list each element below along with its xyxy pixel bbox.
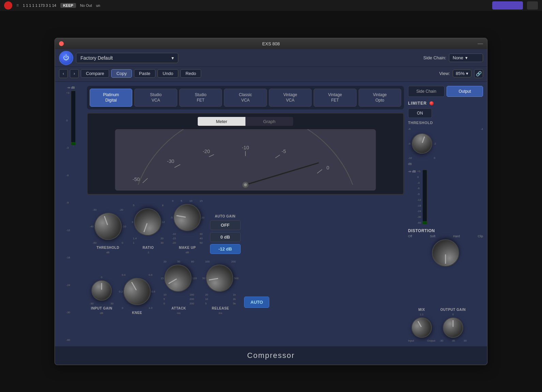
- limiter-section: LIMITER ON THRESHOLD -6-4 -8 -2 -100 dB: [408, 101, 483, 166]
- svg-text:0: 0: [327, 165, 329, 170]
- left-scale-m24: -24: [66, 284, 70, 287]
- preset-dropdown[interactable]: Factory Default ▾: [76, 53, 178, 63]
- copy-button[interactable]: Copy: [111, 69, 132, 78]
- svg-text:-5: -5: [282, 149, 286, 154]
- left-scale-m6: -6: [66, 174, 70, 177]
- main-content: -∞ dB +3 0 -3 -6 -9 -12 -18 -24 -30 -60: [55, 82, 487, 346]
- toolbar-row: ‹ › Compare Copy Paste Undo Redo View: 8…: [55, 67, 487, 82]
- input-gain-knob[interactable]: [91, 280, 112, 301]
- mix-input: Input: [408, 339, 414, 342]
- ratio-label: RATIO: [142, 246, 154, 250]
- limiter-on-button[interactable]: ON: [408, 108, 432, 118]
- right-top-tabs: Side Chain Output: [408, 86, 483, 97]
- svg-text:-50: -50: [133, 177, 140, 182]
- svg-text:-20: -20: [203, 149, 210, 154]
- side-chain-label: Side Chain:: [423, 55, 446, 60]
- threshold-knob[interactable]: [90, 209, 125, 244]
- tab-studio-fet[interactable]: Studio FET: [179, 89, 222, 107]
- keep-badge: KEEP: [60, 3, 76, 8]
- output-gain-label: OUTPUT GAIN: [440, 308, 466, 312]
- view-control[interactable]: 85% ▾: [453, 70, 471, 77]
- paste-button[interactable]: Paste: [134, 69, 155, 78]
- power-button[interactable]: ⏻: [59, 51, 73, 65]
- compressor-type-tabs: Platinum Digital Studio VCA Studio FET C…: [87, 86, 404, 109]
- window-title: EXS 808: [262, 41, 280, 46]
- distortion-section: DISTORTION Off Soft Hard Clip: [408, 228, 483, 267]
- graph-tab[interactable]: Graph: [245, 117, 293, 126]
- transport-extra-btn[interactable]: [527, 1, 538, 10]
- limiter-db-label: dB: [408, 162, 483, 166]
- input-gain-unit: dB: [100, 312, 103, 315]
- view-arrow: ▾: [466, 71, 468, 76]
- center-panel: Platinum Digital Studio VCA Studio FET C…: [87, 86, 404, 342]
- transport-grid: ⠿: [16, 4, 19, 7]
- input-gain-label: INPUT GAIN: [91, 306, 112, 310]
- dist-soft: Soft: [430, 235, 435, 238]
- distortion-knob[interactable]: [432, 239, 459, 267]
- attack-knob[interactable]: [160, 260, 197, 297]
- knee-label: KNEE: [132, 311, 142, 315]
- resize-icon[interactable]: —: [478, 41, 483, 47]
- side-chain-dropdown[interactable]: None ▾: [449, 54, 483, 62]
- limiter-threshold-knob[interactable]: [409, 131, 435, 157]
- attack-label: ATTACK: [171, 306, 186, 310]
- threshold-group: -30-20 -40 -10 -500 THRESHOLD dB: [90, 208, 126, 254]
- auto-gain-m12db[interactable]: -12 dB: [210, 244, 241, 254]
- meter-tab[interactable]: Meter: [198, 117, 245, 126]
- ratio-knob[interactable]: [130, 205, 165, 240]
- side-chain-value: None: [453, 55, 463, 60]
- release-group: 100200 50 500 201k 102k 55k: [202, 260, 239, 315]
- svg-rect-0: [115, 129, 376, 191]
- limiter-led: [430, 101, 434, 105]
- left-level-meter: [71, 91, 76, 145]
- svg-text:-30: -30: [167, 159, 174, 164]
- tab-output[interactable]: Output: [447, 86, 483, 97]
- output-gain-knob[interactable]: [443, 317, 463, 338]
- close-button[interactable]: [59, 41, 64, 46]
- left-meter-label: -∞ dB: [67, 86, 75, 89]
- tab-vintage-opto[interactable]: Vintage Opto: [359, 89, 401, 107]
- distortion-label: DISTORTION: [408, 228, 483, 233]
- link-symbol: 🔗: [476, 71, 482, 76]
- svg-point-15: [244, 183, 247, 186]
- transport-action-btn[interactable]: [492, 1, 523, 10]
- auto-release-button[interactable]: AUTO: [244, 297, 270, 308]
- left-scale-m60: -60: [66, 338, 70, 342]
- ratio-group: 58 3 12 1.420 130 RATIO :1: [132, 204, 165, 254]
- makeup-group: 051015 -5 20 -1030 -1540 -2050: [170, 199, 204, 254]
- tab-classic-vca[interactable]: Classic VCA: [224, 89, 267, 107]
- release-knob[interactable]: [204, 262, 236, 294]
- threshold-unit: dB: [106, 251, 110, 254]
- left-scale-m30: -30: [66, 311, 70, 314]
- ratio-unit: :1: [147, 251, 149, 254]
- tab-side-chain[interactable]: Side Chain: [408, 86, 445, 97]
- tab-platinum-digital[interactable]: Platinum Digital: [90, 89, 132, 107]
- undo-button[interactable]: Undo: [157, 69, 178, 78]
- compare-button[interactable]: Compare: [81, 69, 109, 78]
- makeup-knob[interactable]: [171, 202, 203, 233]
- tab-studio-vca[interactable]: Studio VCA: [134, 89, 177, 107]
- vu-gauge: -50 -30 -20 -10 -5: [91, 129, 400, 191]
- mix-group: MIX 1:1 Input Output: [408, 308, 435, 342]
- forward-button[interactable]: ›: [70, 69, 79, 78]
- header-controls: ⏻ Factory Default ▾ Side Chain: None ▾: [55, 49, 487, 67]
- footer-label: Compressor: [247, 351, 295, 360]
- redo-button[interactable]: Redo: [180, 69, 201, 78]
- controls-bottom-row: 0 -3030 INPUT GAIN dB 0.40.6 0.2: [87, 259, 404, 316]
- auto-gain-0db[interactable]: 0 dB: [210, 232, 241, 242]
- link-icon[interactable]: 🔗: [474, 69, 483, 78]
- back-button[interactable]: ‹: [59, 69, 68, 78]
- knee-group: 0.40.6 0.2 0.8 01.0 KNEE: [119, 273, 155, 315]
- tab-vintage-fet[interactable]: Vintage FET: [314, 89, 356, 107]
- plugin-footer: Compressor: [55, 346, 487, 365]
- tab-vintage-vca[interactable]: Vintage VCA: [269, 89, 312, 107]
- knee-knob[interactable]: [118, 273, 155, 310]
- view-group: View: 85% ▾ 🔗: [439, 69, 483, 78]
- output-gain-unit: dB: [452, 339, 455, 342]
- mix-knob[interactable]: [408, 314, 436, 342]
- threshold-label: THRESHOLD: [96, 246, 119, 250]
- auto-gain-off[interactable]: OFF: [210, 220, 241, 230]
- left-scale-m18: -18: [66, 256, 70, 259]
- record-button[interactable]: [4, 1, 12, 10]
- right-level-meter: [422, 170, 427, 224]
